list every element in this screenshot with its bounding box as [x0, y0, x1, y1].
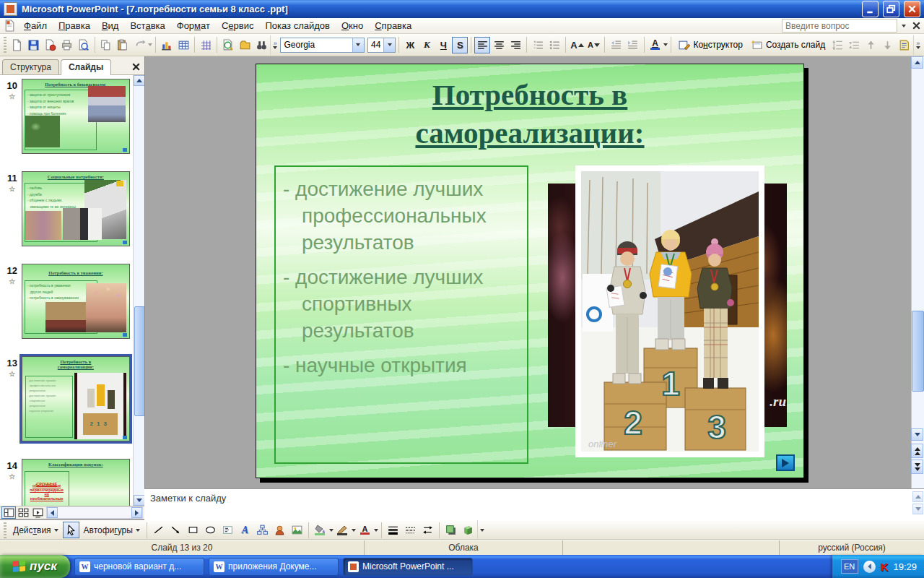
shadow-style-button[interactable]: [443, 522, 459, 538]
menu-edit[interactable]: Правка: [53, 19, 96, 33]
font-name-combo[interactable]: Georgia: [280, 38, 365, 53]
menu-help[interactable]: Справка: [369, 19, 417, 33]
print-preview-button[interactable]: [76, 37, 92, 53]
autoshapes-menu[interactable]: Автофигуры: [80, 522, 144, 538]
menu-view[interactable]: Вид: [96, 19, 125, 33]
status-design-template[interactable]: Облака: [365, 540, 563, 555]
notes-scroll-down-button[interactable]: [912, 504, 923, 514]
normal-view-button[interactable]: [1, 506, 16, 519]
arrow-tool-button[interactable]: [167, 522, 184, 538]
thumbnail-slide-13-selected[interactable]: 13☆ Потребность всамореализации: - дости…: [3, 356, 130, 441]
clipart-button[interactable]: [271, 522, 288, 538]
italic-button[interactable]: К: [419, 37, 435, 53]
insert-table-button[interactable]: [175, 37, 191, 53]
move-down-button[interactable]: [879, 37, 895, 53]
draw-font-color-button[interactable]: A: [357, 522, 373, 538]
bullets-button[interactable]: [546, 37, 562, 53]
panel-scroll-thumb[interactable]: [134, 306, 145, 416]
slideshow-view-button[interactable]: [30, 506, 45, 519]
rectangle-tool-button[interactable]: [185, 522, 201, 538]
slide-10-thumbnail[interactable]: Потребность в безопасности: - защита от …: [22, 79, 130, 154]
previous-slide-button[interactable]: [911, 444, 923, 458]
underline-button[interactable]: Ч: [435, 37, 451, 53]
align-center-button[interactable]: [491, 37, 507, 53]
editor-scrollbar[interactable]: [911, 56, 924, 488]
podium-photo[interactable]: 2 1 3 onliner: [575, 165, 764, 457]
thumbnail-slide-14[interactable]: 14☆ Классификация покупок: СРОЧНЫЕ обяза…: [3, 459, 130, 506]
slide-editor-area[interactable]: Потребность в самореализации: - достижен…: [144, 56, 912, 488]
textbox-tool-button[interactable]: [219, 522, 236, 538]
undo-button[interactable]: [131, 37, 147, 53]
select-objects-button[interactable]: [63, 522, 79, 538]
save-button[interactable]: [26, 37, 42, 53]
editor-scroll-down-button[interactable]: [911, 428, 923, 441]
close-button[interactable]: [904, 1, 920, 17]
close-document-button[interactable]: [910, 20, 923, 32]
start-button[interactable]: пуск: [0, 555, 70, 578]
editor-scroll-thumb[interactable]: [912, 311, 924, 392]
next-slide-action-button[interactable]: [776, 454, 795, 471]
show-grid-button[interactable]: [198, 37, 214, 53]
line-tool-button[interactable]: [150, 522, 167, 538]
toolbar-grip[interactable]: [4, 37, 6, 53]
diagram-button[interactable]: [254, 522, 271, 538]
copy-button[interactable]: [98, 37, 114, 53]
thumbnail-slide-11[interactable]: 11☆ Социальные потребности: - любовь - д…: [3, 171, 130, 246]
color-preview-button[interactable]: [220, 37, 236, 53]
editor-scroll-up-button[interactable]: [911, 56, 923, 69]
font-size-combo[interactable]: 44: [367, 38, 396, 53]
slide-body-textbox[interactable]: - достижение лучших профессиональных рез…: [274, 165, 528, 464]
question-input[interactable]: [782, 19, 897, 33]
thumbnail-slide-12[interactable]: 12☆ Потребность в уважении: - потребност…: [3, 264, 130, 339]
menu-format[interactable]: Формат: [171, 19, 216, 33]
slide-title[interactable]: Потребность в самореализации:: [278, 76, 782, 152]
increase-indent-button[interactable]: [624, 37, 640, 53]
arrow-style-button[interactable]: [419, 522, 436, 538]
clock[interactable]: 19:29: [893, 561, 917, 572]
menu-slideshow[interactable]: Показ слайдов: [259, 19, 336, 33]
taskbar-window-powerpoint[interactable]: Microsoft PowerPoint ...: [343, 558, 473, 576]
hscroll-right-button[interactable]: [131, 507, 142, 518]
align-left-button[interactable]: [474, 37, 490, 53]
tab-outline[interactable]: Структура: [2, 59, 59, 74]
formatting-options-button[interactable]: »: [913, 35, 923, 55]
fill-color-dropdown-icon[interactable]: [329, 529, 334, 532]
kaspersky-icon[interactable]: K: [881, 561, 889, 573]
dash-style-button[interactable]: [402, 522, 419, 538]
taskbar-window-word-2[interactable]: W приложения Докуме...: [209, 558, 339, 576]
insert-picture-button[interactable]: [289, 522, 305, 538]
language-indicator[interactable]: EN: [841, 559, 858, 574]
bold-button[interactable]: Ж: [402, 37, 418, 53]
font-color-dropdown-icon[interactable]: [663, 43, 668, 46]
hscroll-left-button[interactable]: [47, 507, 58, 518]
drawbar-options-button[interactable]: [477, 520, 487, 540]
next-slide-button[interactable]: [911, 460, 923, 474]
paste-button[interactable]: [115, 37, 131, 53]
hide-icons-button[interactable]: [863, 561, 876, 573]
menu-file[interactable]: Файл: [18, 19, 53, 33]
menu-window[interactable]: Окно: [336, 19, 369, 33]
menu-insert[interactable]: Вставка: [124, 19, 170, 33]
question-dropdown-icon[interactable]: [902, 25, 906, 27]
slide-13-thumbnail[interactable]: Потребность всамореализации: - достижени…: [22, 356, 130, 441]
slide-12-thumbnail[interactable]: Потребность в уважении: - потребность в …: [22, 264, 130, 339]
slide-sorter-view-button[interactable]: [16, 506, 30, 519]
oval-tool-button[interactable]: [202, 522, 219, 538]
toolbar-grip[interactable]: [4, 522, 6, 538]
show-formatting-button[interactable]: [896, 37, 912, 53]
font-color-button[interactable]: A: [647, 37, 663, 53]
print-button[interactable]: [59, 37, 75, 53]
design-button[interactable]: Конструктор: [674, 37, 746, 53]
undo-dropdown-icon[interactable]: [148, 43, 152, 46]
panel-scroll-down-button[interactable]: [134, 495, 145, 506]
menu-tools[interactable]: Сервис: [216, 19, 260, 33]
numbering-button[interactable]: [530, 37, 546, 53]
line-style-button[interactable]: [385, 522, 401, 538]
insert-chart-button[interactable]: [159, 37, 175, 53]
open-folder-button[interactable]: [237, 37, 253, 53]
panel-scroll-up-button[interactable]: [134, 75, 145, 86]
find-button[interactable]: [253, 37, 269, 53]
decrease-indent-button[interactable]: [608, 37, 624, 53]
thumbnail-slide-10[interactable]: 10☆ Потребность в безопасности: - защита…: [3, 79, 130, 154]
permission-button[interactable]: [43, 37, 58, 53]
